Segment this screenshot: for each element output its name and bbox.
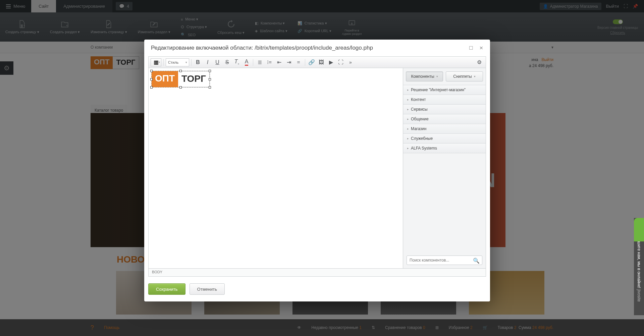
close-icon[interactable]: ✕: [479, 45, 483, 51]
resize-handle[interactable]: [209, 78, 211, 80]
resize-handle[interactable]: [179, 86, 182, 89]
clear-format-button[interactable]: T×: [232, 58, 241, 66]
resize-handle[interactable]: [209, 86, 211, 89]
resize-handle[interactable]: [150, 70, 153, 72]
style-select[interactable]: Стиль: [166, 58, 189, 66]
editor-logo-left: ОПТ: [152, 71, 178, 87]
layout-icon: ▦: [154, 59, 159, 65]
component-search-input[interactable]: [407, 256, 482, 265]
strike-button[interactable]: S: [223, 58, 231, 66]
italic-button[interactable]: I: [203, 58, 212, 66]
video-button[interactable]: ▶: [327, 58, 335, 66]
search-icon[interactable]: 🔍: [473, 258, 480, 264]
indent-button[interactable]: ⇥: [284, 58, 293, 66]
underline-button[interactable]: U: [213, 58, 222, 66]
tab-components[interactable]: Компоненты: [406, 71, 443, 81]
bold-button[interactable]: B: [194, 58, 202, 66]
editor-modal: Редактирование включаемой области: /bitr…: [144, 40, 490, 301]
fullscreen-button[interactable]: ⛶: [336, 58, 345, 66]
chat-tab[interactable]: [634, 218, 644, 241]
save-button[interactable]: Сохранить: [148, 283, 185, 295]
selected-element[interactable]: ОПТ ТОРГ: [151, 71, 210, 88]
gear-icon: ⚙: [477, 59, 482, 65]
accordion-item[interactable]: Контент: [403, 95, 486, 105]
align-button[interactable]: ≡: [294, 58, 303, 66]
text-color-button[interactable]: A: [242, 58, 251, 66]
accordion-item[interactable]: Сервисы: [403, 105, 486, 114]
modal-title: Редактирование включаемой области: /bitr…: [151, 45, 373, 51]
ordered-list-button[interactable]: ≣: [255, 58, 264, 66]
cancel-button[interactable]: Отменить: [190, 283, 225, 295]
editor-logo-right: ТОРГ: [178, 71, 210, 87]
tab-snippets[interactable]: Сниппеты: [446, 71, 483, 81]
link-button[interactable]: 🔗: [307, 58, 316, 66]
image-button[interactable]: 🖼: [317, 58, 326, 66]
maximize-icon[interactable]: ☐: [469, 45, 473, 51]
dom-path[interactable]: BODY: [149, 268, 486, 276]
resize-handle[interactable]: [150, 78, 153, 80]
settings-button[interactable]: ⚙: [475, 58, 484, 66]
resize-handle[interactable]: [150, 86, 153, 89]
resize-handle[interactable]: [209, 70, 211, 72]
components-panel: Компоненты Сниппеты Решение "Интернет-ма…: [403, 68, 486, 268]
outdent-button[interactable]: ⇤: [275, 58, 283, 66]
accordion-item[interactable]: Общение: [403, 114, 486, 124]
accordion: Решение "Интернет-магазин"КонтентСервисы…: [403, 85, 486, 153]
accordion-item[interactable]: ALFA Systems: [403, 144, 486, 153]
more-button[interactable]: »: [346, 58, 355, 66]
view-mode-button[interactable]: ▦: [151, 58, 161, 66]
unordered-list-button[interactable]: ⁝≡: [265, 58, 274, 66]
resize-handle[interactable]: [179, 70, 182, 72]
accordion-item[interactable]: Служебные: [403, 134, 486, 144]
accordion-item[interactable]: Решение "Интернет-магазин": [403, 85, 486, 95]
accordion-item[interactable]: Магазин: [403, 124, 486, 134]
editor-toolbar: ▦ Стиль B I U S T× A ≣ ⁝≡ ⇤ ⇥ ≡ 🔗 🖼 ▶ ⛶ …: [149, 57, 486, 68]
editor-canvas[interactable]: ОПТ ТОРГ: [149, 68, 403, 268]
